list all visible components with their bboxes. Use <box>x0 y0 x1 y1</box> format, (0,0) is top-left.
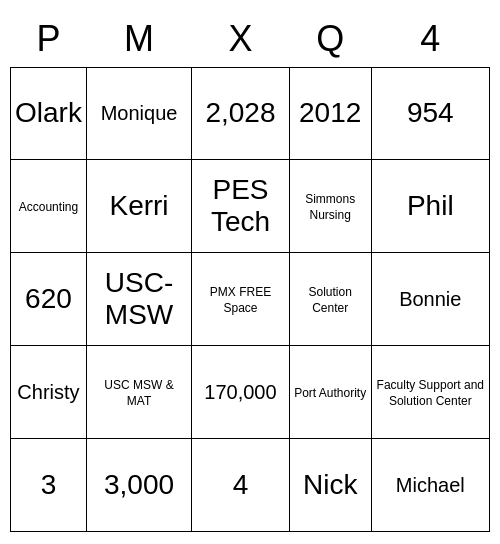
cell-r1-c4: Phil <box>371 160 489 253</box>
cell-r3-c3: Port Authority <box>289 346 371 439</box>
header-m: M <box>86 12 191 67</box>
cell-r3-c4: Faculty Support and Solution Center <box>371 346 489 439</box>
cell-r2-c0: 620 <box>11 253 87 346</box>
table-row: 620USC-MSWPMX FREE SpaceSolution CenterB… <box>11 253 490 346</box>
bingo-card: P M X Q 4 OlarkMonique2,0282012954Accoun… <box>10 12 490 532</box>
header-4: 4 <box>371 12 489 67</box>
cell-r3-c2: 170,000 <box>192 346 290 439</box>
cell-r4-c3: Nick <box>289 439 371 532</box>
cell-r4-c1: 3,000 <box>86 439 191 532</box>
cell-r1-c2: PES Tech <box>192 160 290 253</box>
cell-r0-c0: Olark <box>11 67 87 160</box>
header-row: P M X Q 4 <box>11 12 490 67</box>
table-row: ChristyUSC MSW & MAT170,000Port Authorit… <box>11 346 490 439</box>
cell-r1-c1: Kerri <box>86 160 191 253</box>
cell-r2-c3: Solution Center <box>289 253 371 346</box>
table-row: 33,0004NickMichael <box>11 439 490 532</box>
cell-r2-c4: Bonnie <box>371 253 489 346</box>
cell-r1-c0: Accounting <box>11 160 87 253</box>
cell-r3-c0: Christy <box>11 346 87 439</box>
header-q: Q <box>289 12 371 67</box>
header-x: X <box>192 12 290 67</box>
cell-r3-c1: USC MSW & MAT <box>86 346 191 439</box>
table-row: AccountingKerriPES TechSimmons NursingPh… <box>11 160 490 253</box>
cell-r0-c3: 2012 <box>289 67 371 160</box>
header-p: P <box>11 12 87 67</box>
cell-r2-c2: PMX FREE Space <box>192 253 290 346</box>
bingo-table: P M X Q 4 OlarkMonique2,0282012954Accoun… <box>10 12 490 532</box>
table-row: OlarkMonique2,0282012954 <box>11 67 490 160</box>
cell-r1-c3: Simmons Nursing <box>289 160 371 253</box>
cell-r4-c2: 4 <box>192 439 290 532</box>
cell-r0-c2: 2,028 <box>192 67 290 160</box>
cell-r4-c4: Michael <box>371 439 489 532</box>
cell-r2-c1: USC-MSW <box>86 253 191 346</box>
cell-r4-c0: 3 <box>11 439 87 532</box>
cell-r0-c4: 954 <box>371 67 489 160</box>
cell-r0-c1: Monique <box>86 67 191 160</box>
